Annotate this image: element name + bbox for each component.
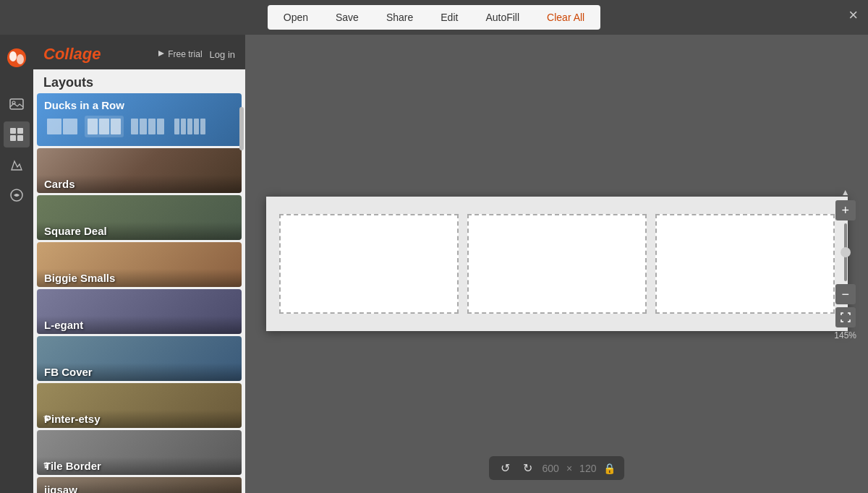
lock-icon[interactable]: 🔒 bbox=[603, 463, 616, 474]
layout-item-biggie-smalls[interactable]: Biggie Smalls bbox=[37, 242, 242, 287]
layout-item-pinter-etsy[interactable]: Pinter-etsy ♛ bbox=[37, 383, 242, 428]
layout-item-tile-border[interactable]: Tile Border ♛ bbox=[37, 430, 242, 475]
zoom-out-button[interactable]: − bbox=[835, 284, 856, 304]
collage-slot-2[interactable] bbox=[467, 214, 647, 314]
layout-thumb-variants bbox=[44, 116, 234, 140]
svg-rect-5 bbox=[10, 128, 16, 134]
collage-canvas bbox=[266, 197, 848, 331]
selected-layout-label: Ducks in a Row bbox=[44, 99, 234, 111]
layout-item-l-egant-label: L-egant bbox=[37, 316, 242, 334]
dimension-height: 120 bbox=[579, 463, 596, 474]
layout-item-cards[interactable]: Cards bbox=[37, 148, 242, 193]
autofill-button[interactable]: AutoFill bbox=[472, 8, 532, 27]
svg-rect-3 bbox=[10, 99, 23, 109]
zoom-up-arrow[interactable]: ▲ bbox=[841, 187, 850, 197]
sidebar: Collage Free trial Log in Layouts Ducks … bbox=[33, 35, 245, 493]
zoom-controls: ▲ + − 145% bbox=[834, 187, 856, 340]
photo-icon bbox=[9, 96, 25, 112]
collage-slot-3[interactable] bbox=[655, 214, 835, 314]
free-trial-badge[interactable]: Free trial bbox=[157, 49, 202, 59]
dimension-separator: × bbox=[566, 463, 572, 474]
close-button[interactable]: × bbox=[848, 7, 858, 23]
svg-point-2 bbox=[17, 54, 24, 64]
svg-rect-8 bbox=[17, 135, 23, 141]
photos-icon-strip[interactable] bbox=[4, 91, 30, 117]
collage-slot-1[interactable] bbox=[279, 214, 459, 314]
paint-icon bbox=[9, 187, 25, 203]
layout-item-tile-border-label: Tile Border bbox=[37, 457, 242, 475]
save-button[interactable]: Save bbox=[323, 8, 372, 27]
share-button[interactable]: Share bbox=[373, 8, 426, 27]
sidebar-scrollbar-handle[interactable] bbox=[239, 107, 244, 150]
layout-item-square-deal[interactable]: Square Deal bbox=[37, 195, 242, 240]
svg-rect-6 bbox=[17, 128, 23, 134]
zoom-slider-track[interactable] bbox=[844, 223, 847, 281]
layout-list: Cards Square Deal Biggie Smalls L-egant … bbox=[33, 148, 245, 493]
layout-thumb-5[interactable] bbox=[171, 116, 208, 137]
toolbar-buttons: Open Save Share Edit AutoFill Clear All bbox=[268, 5, 600, 30]
flag-icon bbox=[157, 50, 166, 59]
layout-thumb-4[interactable] bbox=[128, 116, 167, 137]
clear-all-button[interactable]: Clear All bbox=[534, 8, 597, 27]
top-bar: Open Save Share Edit AutoFill Clear All … bbox=[0, 0, 868, 35]
layout-item-l-egant[interactable]: L-egant bbox=[37, 289, 242, 334]
edit-button[interactable]: Edit bbox=[427, 8, 471, 27]
dimension-width: 600 bbox=[542, 463, 559, 474]
layouts-icon-strip[interactable] bbox=[4, 121, 30, 147]
zoom-percent-label: 145% bbox=[834, 330, 856, 340]
bottom-status-bar: ↺ ↻ 600 × 120 🔒 bbox=[489, 456, 625, 480]
selected-layout-banner[interactable]: Ducks in a Row bbox=[37, 93, 242, 146]
layouts-icon bbox=[9, 127, 25, 142]
layout-item-jigsaw[interactable]: jigsaw bbox=[37, 477, 242, 493]
layouts-header: Layouts bbox=[33, 69, 245, 93]
collage-logo-icon bbox=[6, 47, 27, 69]
zoom-in-button[interactable]: + bbox=[835, 200, 856, 220]
layout-thumb-2[interactable] bbox=[44, 116, 80, 137]
fit-screen-icon bbox=[840, 312, 851, 323]
zoom-slider-thumb[interactable] bbox=[841, 247, 851, 257]
tile-border-premium-badge: ♛ bbox=[43, 460, 51, 471]
app-name-label: Collage bbox=[43, 45, 101, 64]
zoom-fit-button[interactable] bbox=[835, 307, 856, 327]
redo-button[interactable]: ↻ bbox=[520, 460, 535, 476]
layout-thumb-3[interactable] bbox=[85, 116, 124, 137]
layout-item-biggie-smalls-label: Biggie Smalls bbox=[37, 269, 242, 287]
stickers-icon-strip[interactable] bbox=[4, 152, 30, 178]
logo-area bbox=[0, 40, 33, 75]
main-area: Collage Free trial Log in Layouts Ducks … bbox=[0, 35, 868, 493]
svg-point-1 bbox=[9, 51, 17, 61]
icon-strip bbox=[0, 35, 33, 493]
layout-item-jigsaw-label: jigsaw bbox=[37, 481, 242, 493]
pinter-etsy-premium-badge: ♛ bbox=[43, 413, 51, 424]
layout-item-pinter-etsy-label: Pinter-etsy bbox=[37, 410, 242, 428]
layout-item-fb-cover[interactable]: FB Cover bbox=[37, 336, 242, 381]
svg-rect-7 bbox=[10, 135, 16, 141]
open-button[interactable]: Open bbox=[271, 8, 321, 27]
layout-item-square-deal-label: Square Deal bbox=[37, 222, 242, 240]
layout-item-cards-label: Cards bbox=[37, 175, 242, 193]
sticker-icon bbox=[9, 157, 25, 173]
log-in-link[interactable]: Log in bbox=[210, 49, 235, 60]
paint-icon-strip[interactable] bbox=[4, 182, 30, 208]
undo-button[interactable]: ↺ bbox=[498, 460, 513, 476]
canvas-area: ↺ ↻ 600 × 120 🔒 ▲ + − bbox=[245, 35, 868, 493]
layout-item-fb-cover-label: FB Cover bbox=[37, 363, 242, 381]
